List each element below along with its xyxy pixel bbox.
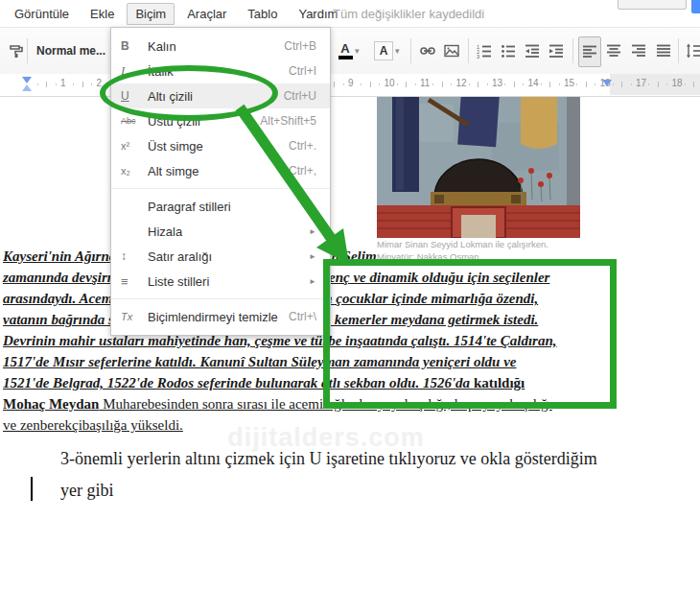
highlight-color-icon[interactable]: A ▾ bbox=[374, 39, 400, 62]
google-docs-window: GörüntüleEkleBiçimAraçlarTabloYardım Tüm… bbox=[0, 0, 700, 591]
menu-item-shortcut: ► bbox=[309, 252, 316, 261]
format-menu-item[interactable]: ↕ Satır aralığı ► bbox=[111, 244, 330, 269]
svg-text:3: 3 bbox=[477, 54, 479, 59]
menu-item-shortcut: Ctrl+, bbox=[289, 164, 316, 177]
toolbar-separator bbox=[572, 38, 573, 63]
menu-item-label: İtalik bbox=[148, 64, 289, 79]
menu-item-label: Paragraf stilleri bbox=[148, 200, 309, 214]
ruler-margin-area bbox=[610, 74, 700, 95]
text-line[interactable]: 1517'de Mısır seferlerine katıldı. Kanun… bbox=[3, 351, 557, 372]
toolbar-separator bbox=[468, 38, 469, 63]
save-status: Tüm değişiklikler kaydedildi bbox=[333, 7, 484, 21]
styles-selector[interactable]: Normal me... bbox=[36, 39, 105, 62]
format-menu-item[interactable]: B Kalın Ctrl+B bbox=[111, 34, 330, 59]
menubar-item[interactable]: Tablo bbox=[239, 3, 286, 25]
menu-item-icon: I bbox=[121, 63, 148, 79]
menu-item-label: Altı çizili bbox=[148, 89, 284, 104]
menu-item-label: Biçimlendirmeyi temizle bbox=[148, 310, 289, 324]
menu-item-shortcut: Alt+Shift+5 bbox=[260, 114, 316, 128]
ruler[interactable]: 123456789101112131415161718 bbox=[0, 74, 700, 97]
menu-item-label: Kalın bbox=[148, 39, 284, 54]
first-line-indent-marker[interactable] bbox=[22, 77, 32, 83]
chevron-down-icon: ▾ bbox=[395, 46, 400, 56]
left-indent-marker[interactable] bbox=[22, 84, 32, 91]
text-line[interactable]: 3-önemli yerlerin altını çizmek için U i… bbox=[60, 449, 597, 469]
menu-item-icon: Abc bbox=[121, 116, 148, 126]
menu-item-label: Üst simge bbox=[148, 139, 289, 154]
paint-format-icon[interactable] bbox=[8, 39, 25, 62]
bullet-list-icon[interactable] bbox=[500, 39, 517, 62]
document-canvas[interactable]: Mimar Sinan Seyyid Lokman ile çalışırken… bbox=[0, 96, 700, 591]
menu-item-shortcut: ► bbox=[309, 277, 316, 286]
align-left-icon[interactable] bbox=[578, 36, 601, 67]
image-icon[interactable] bbox=[443, 39, 460, 62]
format-menu-item[interactable]: x₂ Alt simge Ctrl+, bbox=[111, 158, 330, 189]
numbered-list-icon[interactable]: 1 2 3 bbox=[476, 39, 493, 62]
format-menu-item[interactable]: Hizala ► bbox=[111, 219, 330, 244]
align-right-icon[interactable] bbox=[631, 39, 646, 62]
menubar-item[interactable]: Biçim bbox=[127, 3, 175, 25]
toolbar-separator bbox=[678, 38, 679, 63]
menubar-item[interactable]: Ekle bbox=[82, 3, 123, 25]
text-cursor bbox=[31, 477, 33, 501]
format-menu-item[interactable]: Tx Biçimlendirmeyi temizle Ctrl+\ bbox=[111, 304, 330, 329]
line-spacing-icon[interactable] bbox=[685, 39, 700, 62]
link-icon[interactable] bbox=[418, 39, 437, 62]
menu-item-icon: Tx bbox=[121, 311, 148, 322]
menu-item-shortcut: Ctrl+I bbox=[289, 64, 316, 78]
toolbar: Normal me... A ▾ A ▾ bbox=[0, 27, 700, 76]
menu-item-label: Alt simge bbox=[148, 164, 289, 178]
text-line[interactable]: 1521'de Belgrad, 1522'de Rodos seferinde… bbox=[3, 372, 557, 393]
menubar: GörüntüleEkleBiçimAraçlarTabloYardım Tüm… bbox=[0, 0, 700, 27]
format-menu-item[interactable]: x² Üst simge Ctrl+. bbox=[111, 133, 330, 158]
text-line[interactable]: yer gibi bbox=[60, 481, 114, 501]
menu-item-shortcut: Ctrl+. bbox=[289, 139, 316, 153]
menu-item-shortcut: Ctrl+B bbox=[284, 39, 316, 53]
menu-item-icon: x₂ bbox=[121, 165, 148, 177]
format-menu-item[interactable]: Paragraf stilleri ► bbox=[111, 194, 330, 219]
indent-icon[interactable] bbox=[548, 39, 565, 62]
menu-item-icon: x² bbox=[121, 140, 148, 152]
text-line[interactable]: Mohaç Meydan Muharebesinden sonra sırası… bbox=[3, 393, 557, 414]
toolbar-separator bbox=[27, 38, 28, 63]
menubar-item[interactable]: Görüntüle bbox=[6, 3, 78, 25]
format-menu-item[interactable]: U Altı çizili Ctrl+U bbox=[111, 83, 330, 108]
menubar-item[interactable]: Araçlar bbox=[178, 3, 235, 25]
menu-item-label: Satır aralığı bbox=[148, 249, 309, 264]
menu-item-icon: B bbox=[121, 39, 148, 53]
share-button-partial[interactable] bbox=[691, 0, 700, 13]
menu-item-shortcut: ► bbox=[309, 227, 316, 236]
menu-item-label: Hizala bbox=[148, 225, 309, 239]
menu-item-label: Liste stilleri bbox=[148, 274, 309, 289]
justify-icon[interactable] bbox=[656, 39, 671, 62]
format-menu: B Kalın Ctrl+B I İtalik Ctrl+I U Altı çi… bbox=[110, 27, 331, 336]
format-menu-item[interactable]: ≡ Liste stilleri ► bbox=[111, 269, 330, 299]
comments-button-partial[interactable] bbox=[618, 0, 687, 10]
format-menu-item[interactable]: Abc Üstü çizili Alt+Shift+5 bbox=[111, 108, 330, 133]
menu-item-shortcut: ► bbox=[309, 202, 316, 211]
menu-item-icon: U bbox=[121, 89, 148, 103]
miniature-image[interactable] bbox=[377, 94, 580, 238]
menu-item-shortcut: Ctrl+\ bbox=[289, 310, 316, 323]
chevron-down-icon: ▾ bbox=[355, 46, 360, 56]
outdent-icon[interactable] bbox=[524, 39, 541, 62]
menu-item-shortcut: Ctrl+U bbox=[284, 89, 316, 103]
menu-item-icon: ↕ bbox=[121, 249, 148, 263]
text-color-icon[interactable]: A ▾ bbox=[338, 39, 360, 62]
menu-item-icon: ≡ bbox=[121, 274, 148, 289]
format-menu-item[interactable]: I İtalik Ctrl+I bbox=[111, 59, 330, 83]
right-indent-marker[interactable] bbox=[602, 80, 612, 86]
align-center-icon[interactable] bbox=[606, 39, 621, 62]
toolbar-separator bbox=[410, 38, 411, 63]
menu-item-label: Üstü çizili bbox=[148, 114, 260, 129]
